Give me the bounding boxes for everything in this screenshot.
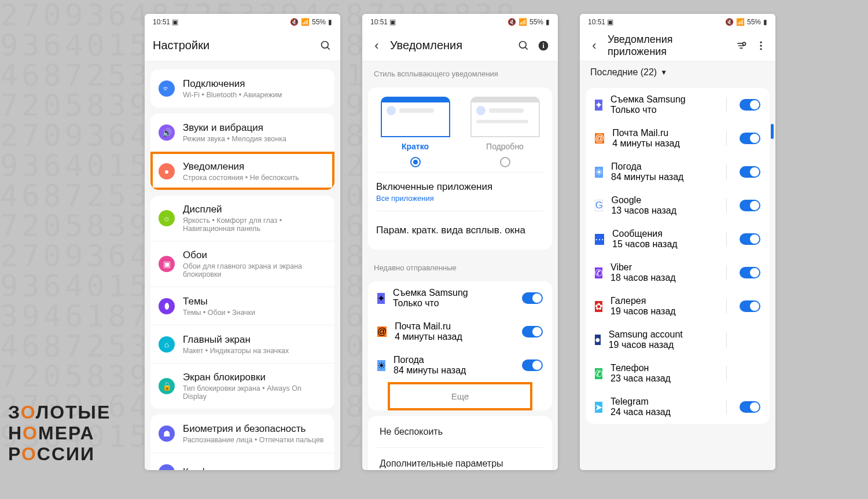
app-row[interactable]: ➤ Telegram 24 часа назад bbox=[586, 390, 770, 424]
display-icon: ☼ bbox=[159, 210, 175, 226]
back-button[interactable]: ‹ bbox=[370, 39, 383, 52]
toggle-switch[interactable] bbox=[522, 359, 543, 371]
app-row[interactable]: ✆ Viber 18 часов назад bbox=[586, 256, 770, 289]
settings-row-theme[interactable]: ⬮ Темы Темы • Обои • Значки bbox=[150, 287, 334, 325]
signal-icon: 📶 bbox=[736, 18, 745, 26]
battery-icon: ▮ bbox=[546, 18, 550, 26]
toggle-switch[interactable] bbox=[740, 300, 760, 312]
lock-icon: 🔒 bbox=[159, 378, 175, 394]
radio-brief[interactable] bbox=[410, 157, 421, 167]
app-row[interactable]: ☀ Погода 84 минуты назад bbox=[586, 155, 770, 189]
settings-row-home[interactable]: ⌂ Главный экран Макет • Индикаторы на зн… bbox=[150, 325, 334, 363]
advanced-row[interactable]: Дополнительные параметры bbox=[368, 448, 552, 470]
row-title: Дисплей bbox=[183, 204, 326, 215]
divider bbox=[726, 232, 727, 247]
divider bbox=[726, 131, 727, 146]
app-time: 23 часа назад bbox=[610, 373, 713, 384]
row-subtitle: Обои для главного экрана и экрана блокир… bbox=[183, 262, 326, 278]
settings-row-display[interactable]: ☼ Дисплей Яркость • Комфорт для глаз • Н… bbox=[150, 196, 334, 241]
app-row[interactable]: G Google 13 часов назад bbox=[586, 189, 770, 222]
sort-icon[interactable] bbox=[735, 39, 748, 52]
search-icon[interactable] bbox=[319, 39, 332, 52]
app-row[interactable]: ✦ Съемка Samsung Только что bbox=[586, 88, 770, 122]
row-title: Подключения bbox=[183, 78, 326, 90]
app-icon: @ bbox=[377, 326, 387, 337]
toggle-switch[interactable] bbox=[740, 401, 760, 413]
home-icon: ⌂ bbox=[159, 336, 175, 353]
settings-row-notif[interactable]: ● Уведомления Строка состояния • Не бесп… bbox=[150, 152, 334, 190]
style-brief[interactable]: Кратко bbox=[375, 97, 456, 170]
recent-app-row[interactable]: ☀ Погода 84 минуты назад bbox=[368, 348, 552, 382]
row-subtitle: Тип блокировки экрана • Always On Displa… bbox=[183, 384, 326, 401]
app-name: Телефон bbox=[610, 363, 713, 373]
toggle-switch[interactable] bbox=[740, 166, 760, 178]
settings-row-sound[interactable]: 🔊 Звуки и вибрация Режим звука • Мелодия… bbox=[150, 113, 334, 152]
settings-row-wifi[interactable]: ᯤ Подключения Wi-Fi • Bluetooth • Авиаре… bbox=[150, 69, 334, 108]
more-icon[interactable] bbox=[755, 39, 767, 52]
toggle-switch[interactable] bbox=[522, 292, 543, 304]
app-time: 19 часов назад bbox=[610, 306, 713, 317]
app-name: Сообщения bbox=[612, 229, 713, 239]
app-icon: ☀ bbox=[595, 167, 603, 178]
toggle-switch[interactable] bbox=[740, 200, 760, 211]
settings-row-wall[interactable]: ▣ Обои Обои для главного экрана и экрана… bbox=[150, 241, 334, 287]
row-title: Экран блокировки bbox=[183, 372, 326, 383]
header: Настройки bbox=[145, 30, 340, 61]
app-row[interactable]: ✿ Галерея 19 часов назад bbox=[586, 289, 770, 323]
info-icon[interactable]: i bbox=[537, 39, 550, 52]
search-icon[interactable] bbox=[517, 39, 530, 52]
enabled-apps-row[interactable]: Включенные приложения Все приложения bbox=[368, 173, 552, 211]
brief-params-row[interactable]: Парам. кратк. вида всплыв. окна bbox=[368, 211, 552, 250]
svg-point-0 bbox=[322, 41, 329, 48]
svg-line-1 bbox=[328, 47, 330, 49]
page-title: Уведомления bbox=[390, 39, 510, 52]
app-name: Съемка Samsung bbox=[393, 288, 514, 298]
mute-icon: 🔇 bbox=[507, 18, 516, 26]
wifi-icon: ᯤ bbox=[159, 80, 175, 97]
more-button[interactable]: Еще bbox=[389, 383, 531, 409]
toggle-switch[interactable] bbox=[740, 267, 760, 278]
chevron-down-icon: ▼ bbox=[660, 68, 667, 76]
app-row[interactable]: ✆ Телефон 23 часа назад bbox=[586, 357, 770, 390]
toggle-switch[interactable] bbox=[522, 326, 543, 337]
style-detail[interactable]: Подробно bbox=[465, 97, 546, 170]
row-subtitle: Темы • Обои • Значки bbox=[183, 309, 326, 317]
app-icon: ☀ bbox=[377, 360, 385, 371]
app-row[interactable]: ● Samsung account 19 часов назад bbox=[586, 323, 770, 357]
settings-row-lock[interactable]: 🔒 Экран блокировки Тип блокировки экрана… bbox=[150, 363, 334, 409]
toggle-switch[interactable] bbox=[740, 133, 760, 144]
app-name: Съемка Samsung bbox=[610, 94, 713, 105]
phone-app-notifications: 10:51 ▣ 🔇 📶 55% ▮ ‹ Уведомления приложен… bbox=[580, 14, 775, 470]
row-title: Звуки и вибрация bbox=[183, 122, 326, 134]
app-time: Только что bbox=[393, 298, 514, 309]
app-row[interactable]: @ Почта Mail.ru 4 минуты назад bbox=[586, 122, 770, 155]
filter-dropdown[interactable]: Последние (22) ▼ bbox=[580, 61, 775, 86]
row-title: Уведомления bbox=[183, 161, 326, 173]
toggle-switch[interactable] bbox=[740, 99, 760, 111]
recent-app-row[interactable]: @ Почта Mail.ru 4 минуты назад bbox=[368, 315, 552, 348]
dnd-row[interactable]: Не беспокоить bbox=[368, 416, 552, 447]
row-title: Конфиденциальность bbox=[183, 467, 326, 471]
divider bbox=[726, 198, 727, 213]
app-time: 4 минуты назад bbox=[395, 332, 514, 342]
sound-icon: 🔊 bbox=[159, 124, 175, 141]
settings-row-priv[interactable]: ◉ Конфиденциальность bbox=[150, 453, 334, 470]
scrollbar-thumb[interactable] bbox=[771, 124, 774, 139]
divider bbox=[726, 366, 727, 381]
app-icon: ➤ bbox=[595, 402, 602, 413]
phone-notifications: 10:51 ▣ 🔇 📶 55% ▮ ‹ Уведомления i Стиль … bbox=[362, 14, 558, 470]
row-subtitle: Макет • Индикаторы на значках bbox=[183, 347, 326, 355]
app-icon: ✿ bbox=[595, 301, 602, 312]
divider bbox=[726, 299, 727, 314]
settings-row-bio[interactable]: ☗ Биометрия и безопасность Распознавание… bbox=[150, 414, 334, 453]
app-row[interactable]: ⋯ Сообщения 15 часов назад bbox=[586, 222, 770, 256]
app-name: Viber bbox=[610, 262, 713, 273]
back-button[interactable]: ‹ bbox=[588, 39, 601, 52]
radio-detail[interactable] bbox=[500, 157, 510, 167]
row-subtitle: Строка состояния • Не беспокоить bbox=[183, 174, 326, 182]
row-subtitle: Распознавание лица • Отпечатки пальцев bbox=[183, 436, 326, 444]
app-time: 84 минуты назад bbox=[393, 365, 514, 376]
toggle-switch[interactable] bbox=[740, 233, 760, 245]
recent-app-row[interactable]: ✦ Съемка Samsung Только что bbox=[368, 281, 552, 315]
row-subtitle: Wi-Fi • Bluetooth • Авиарежим bbox=[183, 91, 326, 99]
